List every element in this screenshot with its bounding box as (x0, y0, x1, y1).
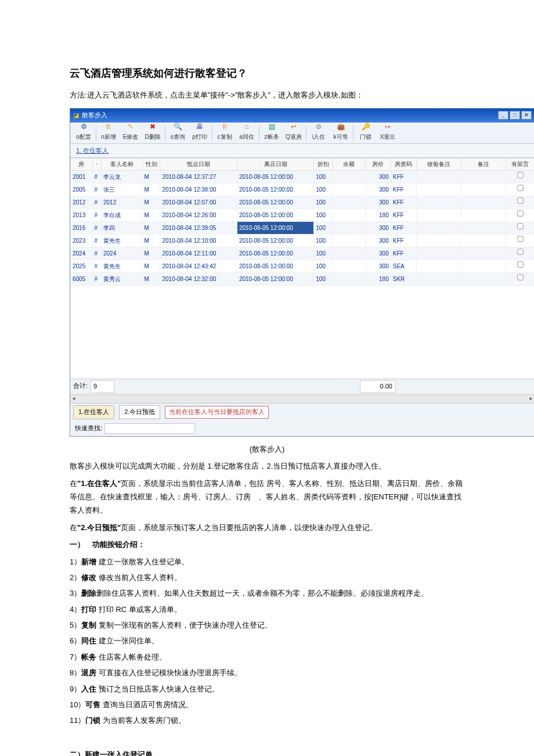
print-button[interactable]: 🖶p打印 (189, 124, 210, 142)
column-header[interactable]: 折扣 (314, 159, 333, 171)
column-header[interactable]: 房价 (365, 159, 391, 171)
cell (461, 209, 506, 222)
cell: 黄先生 (101, 260, 142, 273)
toolbar: ⚙o配置🗎n新增✎E修改✖D删除🔍s查询🖶p打印⎘c复制⌂a同住▤z帐务↩Q退房… (70, 123, 534, 144)
cell: 张三 (101, 183, 142, 196)
table-row[interactable]: 2024#2024M2010-08-04 12:11:002010-08-05 … (71, 247, 535, 260)
table-row[interactable]: 2005#张三M2010-08-04 12:38:002010-08-05 12… (71, 183, 535, 196)
list-item: 10）可售 查询当日酒店可售房情况。 (70, 698, 464, 711)
cell: 2010-08-04 12:32:00 (160, 273, 237, 286)
cell (461, 171, 506, 183)
column-header[interactable]: 房类码 (391, 159, 416, 171)
find-button[interactable]: 🔍s查询 (167, 124, 188, 142)
cell: KFF (391, 235, 416, 247)
paragraph-tab2: 在"2.今日预抵"页面，系统显示预订客人之当日要抵店的客人清单，以便快速办理入住… (70, 521, 464, 534)
column-header[interactable]: 抵达日期 (160, 159, 237, 171)
cell: 2010-08-04 12:37:27 (160, 171, 237, 183)
edit-button[interactable]: ✎E修改 (120, 124, 141, 142)
doc-intro: 方法:进入云飞酒店软件系统，点击主菜单"接待"->"散客步入"，进入散客步入模块… (70, 88, 464, 102)
cell: 2010-08-04 12:26:00 (160, 209, 237, 222)
cell: 李云龙 (101, 171, 142, 183)
message-checkbox[interactable] (517, 236, 523, 242)
cell (506, 183, 534, 196)
message-checkbox[interactable] (517, 211, 523, 217)
cell (506, 209, 534, 222)
cell: 300 (365, 235, 391, 247)
column-header[interactable]: · (92, 159, 101, 171)
del-button[interactable]: ✖D删除 (142, 124, 163, 142)
table-row[interactable]: 2012#2012M2010-08-04 12:07:002010-08-05 … (71, 196, 535, 209)
message-checkbox[interactable] (517, 275, 523, 280)
toolbar-label: z帐务 (265, 132, 279, 142)
column-header[interactable]: 余额 (333, 159, 365, 171)
lock-button[interactable]: 🔑门锁 (355, 124, 376, 142)
tab-guests-in-house[interactable]: 1.在住客人 (73, 405, 114, 419)
column-header[interactable]: 收银备注 (416, 159, 461, 171)
cell (506, 171, 534, 183)
setting-button[interactable]: ⚙o配置 (73, 124, 94, 142)
cell: 2010-08-05 12:00:00 (237, 247, 313, 260)
quick-search-input[interactable] (104, 423, 195, 434)
cell: 2010-08-05 12:00:00 (237, 196, 313, 209)
new-button[interactable]: 🗎n新增 (98, 124, 119, 142)
toolbar-label: c复制 (218, 132, 232, 142)
exit-icon: ↦ (384, 123, 392, 131)
toolbar-label: Q退房 (286, 132, 302, 142)
column-header[interactable]: 性别 (142, 159, 160, 171)
cell (416, 260, 461, 273)
cell (333, 235, 365, 247)
cell: # (92, 235, 101, 247)
message-checkbox[interactable] (517, 224, 523, 229)
tabs-row: 1.在住客人 2.今日预抵 当前在住客人与当日要抵店的客人 (70, 403, 534, 421)
message-checkbox[interactable] (517, 172, 523, 178)
data-grid: 房·客人名称性别抵达日期离店日期折扣余额房价房类码收银备注备注有留言 2001#… (70, 158, 534, 379)
message-checkbox[interactable] (517, 185, 523, 191)
table-row[interactable]: 2025#黄先生M2010-08-04 12:43:422010-08-05 1… (71, 260, 535, 273)
in-button[interactable]: ⊕i入住 (308, 124, 329, 142)
maximize-button[interactable]: □ (510, 111, 520, 120)
avail-button[interactable]: 👜k可售 (330, 124, 351, 142)
column-header[interactable]: 房 (71, 159, 93, 171)
toolbar-separator (306, 125, 306, 141)
avail-icon: 👜 (337, 123, 345, 131)
acct-button[interactable]: ▤z帐务 (261, 124, 282, 142)
cell: 300 (365, 247, 391, 260)
message-checkbox[interactable] (517, 249, 523, 255)
toolbar-label: X退出 (380, 132, 396, 142)
cell: 2005 (71, 183, 93, 196)
cell: KFF (391, 247, 416, 260)
toolbar-label: o配置 (76, 132, 91, 142)
cell (416, 183, 461, 196)
cell (416, 196, 461, 209)
quick-search-label: 快速查找: (75, 423, 102, 434)
cell: 李自成 (101, 209, 142, 222)
column-header[interactable]: 有留言 (506, 159, 534, 171)
toolbar-label: k可售 (334, 132, 348, 142)
cell: # (92, 222, 101, 235)
cell (461, 273, 506, 286)
table-row[interactable]: 6005#黄秀云M2010-08-04 12:32:002010-08-05 1… (71, 273, 535, 286)
cell: 2016 (71, 222, 93, 235)
table-row[interactable]: 2013#李自成M2010-08-04 12:26:002010-08-05 1… (71, 209, 535, 222)
out-button[interactable]: ↩Q退房 (283, 124, 304, 142)
toolbar-label: D删除 (145, 132, 160, 142)
column-header[interactable]: 客人名称 (101, 159, 142, 171)
cell: 100 (314, 260, 333, 273)
close-button[interactable]: ✕ (521, 111, 532, 120)
toolbar-label: p打印 (192, 132, 207, 142)
column-header[interactable]: 备注 (461, 159, 506, 171)
column-header[interactable]: 离店日期 (237, 159, 313, 171)
table-row[interactable]: 2023#黄先生M2010-08-04 12:10:002010-08-05 1… (71, 235, 535, 247)
table-row[interactable]: 2016#李四M2010-08-04 12:39:052010-08-05 12… (71, 222, 535, 235)
cell: 6005 (71, 273, 93, 286)
exit-button[interactable]: ↦X退出 (377, 124, 398, 142)
tab-today-arrivals[interactable]: 2.今日预抵 (119, 405, 160, 419)
cell (333, 247, 365, 260)
room-button[interactable]: ⌂a同住 (236, 124, 257, 142)
message-checkbox[interactable] (517, 262, 523, 268)
message-checkbox[interactable] (517, 198, 523, 204)
minimize-button[interactable]: _ (498, 111, 508, 120)
table-row[interactable]: 2001#李云龙M2010-08-04 12:37:272010-08-05 1… (71, 171, 535, 183)
horizontal-scrollbar[interactable]: ◄► (70, 394, 534, 403)
copy-button[interactable]: ⎘c复制 (214, 124, 235, 142)
